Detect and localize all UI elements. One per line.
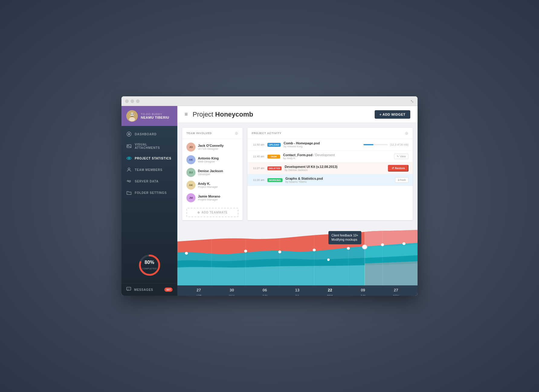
team-widget-header: TEAM INVOLVED ⊕ [182,128,243,139]
activity-item-working: 11:20 am WORKING Graphs & Statistics.psd… [247,174,413,186]
sidebar-item-server-data[interactable]: SERVER DATA [121,175,177,187]
activity-badge-working: WORKING [267,178,282,182]
timeline-month-6: NOV [393,294,399,296]
timeline-item-0: 27 APR [196,288,202,296]
progress-percent: 80% [142,260,157,265]
sidebar-item-messages[interactable]: MESSAGES 327 [121,283,177,296]
avatar [126,110,138,122]
activity-item-deleted: 11:27 am DELETED Development UI Kit (v.1… [247,162,413,174]
svg-point-11 [128,158,130,159]
timeline-month-2: JUN [262,294,268,296]
team-widget: TEAM INVOLVED ⊕ JO Jack O'Connelly UI / … [182,128,243,220]
svg-rect-5 [131,116,133,117]
minimize-dot[interactable] [131,99,134,103]
timeline-item-4: 22 MAY [327,288,333,296]
main-content: ≡ Project Honeycomb + ADD WIDGET TEAM IN… [177,106,418,296]
page-title-bold: Honeycomb [215,111,253,118]
timeline-month-4: MAY [327,294,333,296]
activity-action-restore[interactable]: ↺ Restore [388,165,408,172]
sidebar-item-folder-settings[interactable]: FOLDER SETTINGS [121,187,177,198]
progress-label: COMPLETED [142,268,157,270]
view-button[interactable]: ✎ View [394,154,408,159]
activity-badge-upload: UPLOAD [267,143,281,147]
close-dot[interactable] [125,99,129,103]
svg-point-4 [132,114,134,115]
activity-info-2: Development UI Kit (v.12.08.2013) by Den… [285,165,385,172]
activity-widget-title: PROJECT ACTIVITY [252,132,281,135]
team-member-antonio[interactable]: AK Antonio King Web Designer [182,153,243,166]
member-name-jack: Jack O'Connelly [198,144,224,147]
svg-point-30 [402,242,405,245]
sidebar-item-team-members[interactable]: TEAM MEMBERS [121,164,177,175]
member-avatar-andy: AK [186,181,195,190]
topbar: ≡ Project Honeycomb + ADD WIDGET [177,106,418,123]
add-widget-button[interactable]: + ADD WIDGET [375,110,410,119]
peek-button[interactable]: ℹ Peek [395,177,408,183]
activity-filename-2: Development UI Kit (v.12.08.2013) [285,165,385,169]
timeline-date-3: 13 [295,288,300,292]
member-role-antonio: Web Designer [198,160,219,163]
member-info-denise: Denise Jackson Developer [198,169,223,176]
sidebar-nav: DASHBOARD VISUAL ATTACHMENTS [121,126,177,247]
dashboard-icon [126,131,132,137]
activity-list: 11:50 am UPLOAD Comb - Homepage.psd by A… [247,139,413,186]
image-icon [126,143,132,149]
svg-point-2 [129,117,135,121]
activity-by-0: by Antonio King [284,145,360,148]
maximize-dot[interactable] [136,99,140,103]
sidebar-item-project-statistics[interactable]: PROJECT STATISTICS [121,153,177,164]
activity-widget-header: PROJECT ACTIVITY ⊕ [247,128,413,139]
app-body: TO-DO BUDDY NEAMU TIBERIU DASHBOARD [121,106,418,296]
add-teammate-button[interactable]: ⊕ ADD TEAMMATE [186,208,238,217]
timeline-month-0: APR [196,294,202,296]
progress-size-0: (12.3 of 30 mb) [390,143,408,146]
timeline-item-6: 27 NOV [393,288,399,296]
activity-widget-icon[interactable]: ⊕ [405,131,408,136]
activity-filename-0: Comb - Homepage.psd [284,141,360,145]
member-role-andy: Project Manager [198,185,218,188]
timeline-month-1: MAY [229,294,235,296]
svg-point-26 [313,249,316,251]
sidebar: TO-DO BUDDY NEAMU TIBERIU DASHBOARD [121,106,177,296]
activity-filename-3: Graphs & Statistics.psd [286,177,392,180]
infinity-icon [126,178,132,184]
eye-icon [126,156,132,161]
restore-button[interactable]: ↺ Restore [388,165,408,172]
team-member-jack[interactable]: JO Jack O'Connelly UI / UX Designer [182,141,243,153]
sidebar-item-dashboard[interactable]: DASHBOARD [121,128,177,140]
team-member-denise[interactable]: DJ Denise Jackson Developer [182,166,243,179]
team-member-jamie[interactable]: JM Jamie Morano Project Manager [182,191,243,204]
member-role-jack: UI / UX Designer [198,147,224,150]
activity-by-1: by Andy K. [283,157,391,160]
svg-point-24 [244,250,247,252]
messages-badge: 327 [164,288,173,292]
project-statistics-label: PROJECT STATISTICS [135,157,171,160]
folder-settings-label: FOLDER SETTINGS [135,191,167,194]
sidebar-item-visual-attachments[interactable]: VISUAL ATTACHMENTS [121,140,177,153]
member-avatar-jamie: JM [186,193,195,202]
timeline-month-3: JUL [295,294,300,296]
titlebar: ⤡ [121,96,418,106]
activity-filename-1: Contact_Form.psd / Development [283,153,391,157]
activity-action-view[interactable]: ✎ View [394,154,408,159]
activity-time-0: 11:50 am [252,143,264,146]
member-info-jamie: Jamie Morano Project Manager [198,194,220,201]
activity-action-peek[interactable]: ℹ Peek [395,177,408,183]
member-name-antonio: Antonio King [198,156,219,160]
progress-bar-fill-0 [363,144,373,145]
svg-point-27 [347,247,350,250]
activity-info-1: Contact_Form.psd / Development by Andy K… [283,153,391,160]
timeline-month-5: JUN [360,294,366,296]
menu-icon[interactable]: ≡ [185,111,188,117]
user-name: NEAMU TIBERIU [141,116,173,119]
timeline-date-2: 06 [262,288,268,292]
timeline-bar: 27 APR 30 MAY 06 JUN 13 JUL [177,285,418,296]
team-list: JO Jack O'Connelly UI / UX Designer AK A… [182,139,243,206]
team-member-andy[interactable]: AK Andy K. Project Manager [182,179,243,191]
collapse-icon[interactable]: ⤡ [410,99,414,104]
chart-svg [177,225,418,285]
team-widget-icon[interactable]: ⊕ [235,131,238,136]
window-controls[interactable] [125,99,140,103]
timeline-item-2: 06 JUN [262,288,268,296]
member-name-jamie: Jamie Morano [198,194,220,198]
